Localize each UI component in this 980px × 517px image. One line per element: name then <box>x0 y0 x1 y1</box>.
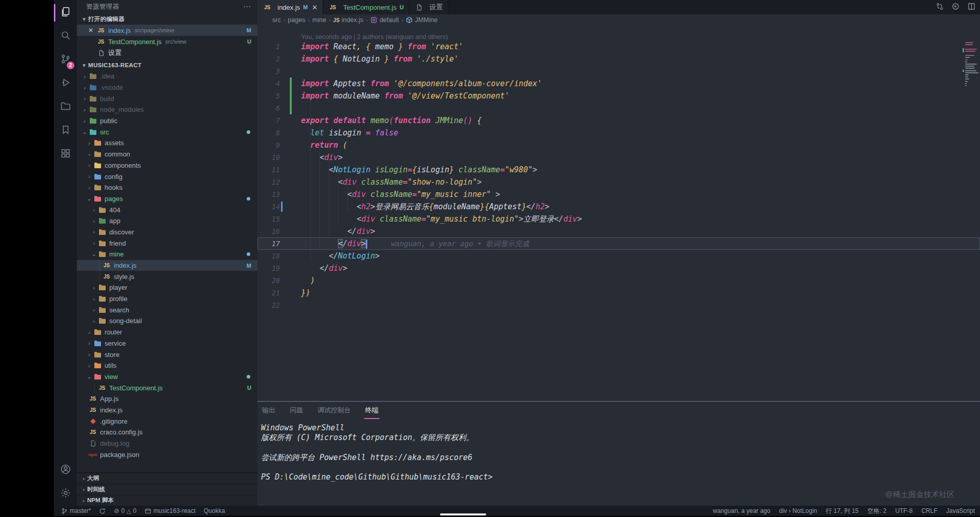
tree-item-index.js[interactable]: JSindex.jsM <box>77 260 257 271</box>
activitybar-run-debug[interactable] <box>54 72 77 95</box>
tab-TestComponent.js[interactable]: JSTestComponent.jsU <box>323 0 409 14</box>
tree-item-hooks[interactable]: ›hooks <box>77 182 257 193</box>
open-changes-icon[interactable] <box>951 2 960 13</box>
activitybar-search[interactable] <box>54 25 77 48</box>
code-line-15[interactable]: 15 <div className="my_music btn-login">立… <box>257 213 980 225</box>
breadcrumb-pages[interactable]: pages <box>288 16 305 24</box>
tree-item-search[interactable]: ›search <box>77 304 257 315</box>
tree-item-friend[interactable]: ›friend <box>77 237 257 249</box>
activitybar-account[interactable] <box>54 459 77 482</box>
tree-item-app[interactable]: ›app <box>77 215 257 227</box>
open-editors-header[interactable]: ▼ 打开的编辑器 <box>77 13 257 25</box>
code-line-18[interactable]: 18 </NotLogin> <box>257 250 980 262</box>
tree-item-discover[interactable]: ›discover <box>77 227 257 238</box>
open-editor-index.js[interactable]: ✕JSindex.jssrc\pages\mineM <box>77 25 257 36</box>
close-icon[interactable]: ✕ <box>88 27 96 34</box>
tree-item-utils[interactable]: ›utils <box>77 360 257 371</box>
tree-item-.idea[interactable]: ›.idea <box>77 71 257 82</box>
code-line-2[interactable]: 2import { NotLogin } from './style' <box>257 53 980 65</box>
breadcrumb-mine[interactable]: mine <box>312 16 326 24</box>
tree-item-song-detail[interactable]: ›song-detail <box>77 315 257 327</box>
terminal-output[interactable]: Windows PowerShell版权所有 (C) Microsoft Cor… <box>257 419 980 482</box>
code-line-6[interactable]: 6 <box>257 102 980 114</box>
code-line-13[interactable]: 13 <div className="my_music inner" > <box>257 188 980 201</box>
status-git-branch[interactable]: master* <box>61 507 91 514</box>
tree-item-assets[interactable]: ›assets <box>77 137 257 149</box>
panel-tab-问题[interactable]: 问题 <box>289 403 304 418</box>
status-cursor-position[interactable]: 行 17, 列 15 <box>826 507 858 515</box>
code-line-21[interactable]: 21}) <box>257 287 980 299</box>
tree-item-config[interactable]: ›config <box>77 171 257 182</box>
minimap[interactable] <box>963 39 980 106</box>
tree-item-common[interactable]: ›common <box>77 149 257 160</box>
tab-index.js[interactable]: JSindex.jsM✕ <box>257 0 323 14</box>
tree-item-style.js[interactable]: JSstyle.js <box>77 271 257 282</box>
code-line-12[interactable]: 12 <div className="show-no-login"> <box>257 176 980 188</box>
code-editor[interactable]: You, seconds ago | 2 authors (wanguan an… <box>257 26 980 401</box>
close-icon[interactable]: ✕ <box>312 4 317 11</box>
activitybar-settings[interactable] <box>54 482 77 506</box>
tree-item-router[interactable]: ›router <box>77 327 257 338</box>
git-compare-icon[interactable] <box>935 2 944 13</box>
codelens-blame[interactable]: You, seconds ago | 2 authors (wanguan an… <box>257 26 980 41</box>
panel-tab-调试控制台[interactable]: 调试控制台 <box>316 403 352 418</box>
breadcrumb-index.js[interactable]: JSindex.js <box>333 16 364 24</box>
code-line-11[interactable]: 11 <NotLogin isLogin={isLogin} className… <box>257 164 980 176</box>
tree-item-pages[interactable]: ⌄pages <box>77 193 257 205</box>
activitybar-extensions[interactable] <box>54 143 77 166</box>
breadcrumb-src[interactable]: src <box>272 16 281 24</box>
code-line-22[interactable]: 22 <box>257 299 980 311</box>
tree-item-App.js[interactable]: JSApp.js <box>77 393 257 405</box>
tab-设置[interactable]: 设置 <box>409 0 448 14</box>
code-line-16[interactable]: 16 </div> <box>257 225 980 237</box>
tree-item-node_modules[interactable]: ›node_modules <box>77 104 257 115</box>
breadcrumb-default[interactable]: default <box>370 16 399 24</box>
tree-item-view[interactable]: ⌄view <box>77 371 257 383</box>
panel-tab-输出[interactable]: 输出 <box>261 403 276 418</box>
status-gitlens-blame[interactable]: wanguan, a year ago <box>713 507 770 514</box>
sidebar-section-大纲[interactable]: ›大纲 <box>77 473 257 484</box>
code-line-9[interactable]: 9 return ( <box>257 139 980 151</box>
tree-item-service[interactable]: ›service <box>77 338 257 349</box>
activitybar-source-control[interactable]: 2 <box>54 48 77 72</box>
tree-item-build[interactable]: ›build <box>77 93 257 104</box>
tree-item-store[interactable]: ›store <box>77 349 257 360</box>
status-eol[interactable]: CRLF <box>922 507 937 514</box>
tree-item-components[interactable]: ›components <box>77 160 257 171</box>
status-language-mode[interactable]: JavaScript <box>946 507 975 514</box>
tree-item-debug.log[interactable]: debug.log <box>77 438 257 449</box>
activitybar-file-folders[interactable] <box>54 95 77 119</box>
status-element-path[interactable]: div › NotLogin <box>779 507 817 514</box>
code-line-8[interactable]: 8 let isLogin = false <box>257 127 980 139</box>
status-indentation[interactable]: 空格: 2 <box>867 507 886 515</box>
code-line-17[interactable]: 17 </div>wanguan, a year ago • 歌词显示完成 <box>257 237 980 250</box>
sidebar-section-NPM 脚本[interactable]: ›NPM 脚本 <box>77 495 257 506</box>
code-line-14[interactable]: 14 <h2>登录网易云音乐{moduleName}{Apptest}</h2> <box>257 201 980 213</box>
breadcrumb-JMMine[interactable]: JMMine <box>406 16 437 24</box>
code-line-7[interactable]: 7export default memo(function JMMine() { <box>257 114 980 127</box>
code-line-19[interactable]: 19 </div> <box>257 262 980 274</box>
open-editor-TestComponent.js[interactable]: JSTestComponent.jssrc\viewU <box>77 36 257 47</box>
code-line-3[interactable]: 3 <box>257 65 980 77</box>
open-editor-设置[interactable]: 设置 <box>77 47 257 58</box>
panel-tab-终端[interactable]: 终端 <box>364 403 379 418</box>
tree-item-TestComponent.js[interactable]: JSTestComponent.jsU <box>77 382 257 393</box>
status-sync[interactable] <box>99 508 106 514</box>
tree-item-src[interactable]: ⌄src <box>77 126 257 137</box>
sidebar-section-时间线[interactable]: ›时间线 <box>77 484 257 495</box>
tree-item-index.js[interactable]: JSindex.js <box>77 405 257 416</box>
status-encoding[interactable]: UTF-8 <box>895 507 913 514</box>
code-line-1[interactable]: 1import React, { memo } from 'react' <box>257 41 980 53</box>
activitybar-explorer[interactable] <box>54 1 77 25</box>
more-actions-icon[interactable]: ⋯ <box>243 2 251 11</box>
code-line-5[interactable]: 5import moduleName from '@/view/TestComp… <box>257 90 980 102</box>
project-header[interactable]: ▼ MUSIC163-REACT <box>77 59 257 71</box>
tree-item-.vscode[interactable]: ›.vscode <box>77 82 257 93</box>
status-quokka[interactable]: Quokka <box>204 507 225 514</box>
tree-item-player[interactable]: ›player <box>77 282 257 293</box>
code-line-20[interactable]: 20 ) <box>257 274 980 287</box>
code-line-10[interactable]: 10 <div> <box>257 151 980 164</box>
tree-item-package.json[interactable]: npmpackage.json <box>77 449 257 460</box>
status-problems[interactable]: ⊘0△0 <box>114 507 136 514</box>
tree-item-.gitignore[interactable]: .gitignore <box>77 415 257 427</box>
